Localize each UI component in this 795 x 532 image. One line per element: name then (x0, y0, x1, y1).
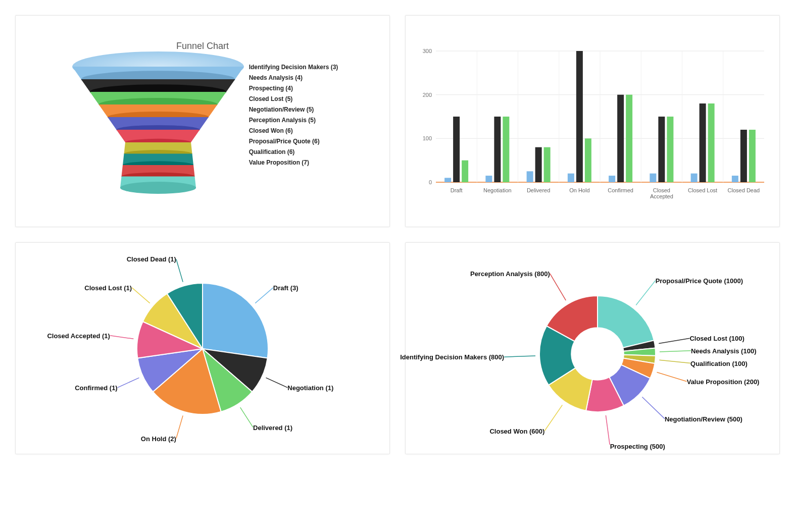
pie-slice-label: Negotiation (1) (287, 384, 333, 391)
donut-slice-label: Prospecting (500) (610, 443, 665, 450)
svg-rect-44 (691, 174, 698, 182)
funnel-title: Funnel Chart (21, 21, 384, 51)
donut-slice-label: Needs Analysis (100) (691, 347, 757, 354)
funnel-labels: Identifying Decision Makers (3)Needs Ana… (249, 51, 338, 166)
svg-line-59 (176, 259, 183, 282)
svg-line-60 (636, 281, 655, 305)
svg-rect-38 (626, 95, 632, 182)
svg-rect-24 (485, 176, 492, 182)
svg-line-53 (266, 378, 288, 388)
svg-text:300: 300 (423, 48, 432, 54)
svg-rect-23 (462, 161, 468, 182)
funnel-segment-label: Identifying Decision Makers (3) (249, 64, 338, 71)
bar-category-label: Closed Accepted (643, 187, 680, 199)
svg-rect-32 (568, 174, 574, 182)
donut-chart: Proposal/Price Quote (1000)Closed Lost (… (411, 248, 774, 445)
bar-category-label: Draft (438, 187, 475, 193)
svg-line-63 (659, 360, 690, 363)
pie-slice-label: Closed Lost (1) (84, 284, 132, 291)
funnel-segment-label: Closed Lost (5) (249, 95, 338, 102)
funnel-segment-label: Value Proposition (7) (249, 159, 338, 166)
pie-slice-label: Confirmed (1) (75, 384, 118, 391)
donut-chart-card: Proposal/Price Quote (1000)Closed Lost (… (405, 242, 780, 454)
funnel-chart (67, 51, 249, 203)
pie-slice-label: Draft (3) (273, 284, 299, 291)
svg-line-61 (659, 338, 689, 343)
donut-slice-label: Perception Analysis (800) (470, 270, 550, 277)
pie-slice-label: Delivered (1) (253, 423, 292, 431)
svg-rect-22 (453, 117, 460, 182)
funnel-segment-label: Proposal/Price Quote (6) (249, 138, 338, 145)
svg-line-58 (132, 288, 150, 303)
svg-rect-37 (617, 95, 624, 182)
svg-line-55 (176, 415, 183, 438)
svg-text:0: 0 (429, 179, 432, 185)
donut-slice-label: Proposal/Price Quote (1000) (656, 277, 743, 284)
svg-rect-50 (749, 130, 756, 182)
pie-slice-label: Closed Dead (1) (127, 255, 176, 263)
donut-slice-label: Qualification (100) (690, 359, 748, 367)
svg-line-65 (642, 397, 665, 419)
svg-line-56 (118, 378, 139, 388)
bar-category-label: Negotiation (479, 187, 516, 193)
donut-slice-label: Closed Lost (100) (689, 335, 744, 342)
svg-text:200: 200 (423, 92, 432, 98)
svg-rect-42 (667, 117, 673, 182)
donut-slice-label: Identifying Decision Makers (800) (400, 353, 504, 361)
svg-line-57 (110, 336, 134, 339)
bar-category-label: Closed Lost (684, 187, 721, 193)
svg-line-67 (544, 405, 562, 431)
svg-line-54 (240, 407, 253, 428)
svg-rect-29 (535, 147, 542, 182)
svg-rect-34 (585, 138, 591, 182)
svg-text:100: 100 (423, 135, 432, 141)
svg-line-69 (550, 274, 566, 300)
bar-chart-card: 0100200300 DraftNegotiationDeliveredOn H… (405, 15, 780, 227)
bar-category-label: On Hold (561, 187, 598, 193)
funnel-segment-label: Perception Analysis (5) (249, 117, 338, 124)
pie-slice-label: Closed Accepted (1) (47, 332, 110, 339)
svg-rect-36 (609, 176, 615, 182)
svg-rect-33 (576, 51, 583, 182)
svg-rect-48 (732, 176, 738, 182)
pie-chart-card: Draft (3)Negotiation (1)Delivered (1)On … (15, 242, 390, 454)
funnel-chart-card: Funnel Chart Identifying Decision Makers… (15, 15, 390, 227)
svg-rect-45 (700, 103, 706, 182)
svg-rect-30 (544, 147, 551, 182)
bar-chart: 0100200300 DraftNegotiationDeliveredOn H… (411, 21, 774, 218)
donut-slice-label: Negotiation/Review (500) (665, 415, 742, 422)
bar-category-label: Closed Dead (725, 187, 762, 193)
svg-rect-46 (708, 103, 715, 182)
donut-slice-label: Value Proposition (200) (687, 378, 760, 385)
bar-category-label: Confirmed (603, 187, 639, 193)
svg-rect-21 (444, 178, 451, 182)
svg-point-11 (120, 182, 196, 194)
svg-rect-40 (650, 174, 656, 182)
donut-slice-label: Closed Won (600) (489, 427, 544, 435)
pie-slice-label: On Hold (2) (141, 435, 176, 442)
svg-line-52 (255, 288, 273, 303)
svg-rect-25 (494, 117, 501, 182)
svg-rect-28 (527, 171, 533, 182)
pie-chart: Draft (3)Negotiation (1)Delivered (1)On … (21, 248, 384, 445)
funnel-segment-label: Needs Analysis (4) (249, 74, 338, 81)
svg-line-62 (660, 351, 691, 352)
funnel-segment-label: Negotiation/Review (5) (249, 106, 338, 113)
bar-category-label: Delivered (520, 187, 557, 193)
funnel-segment-label: Prospecting (4) (249, 85, 338, 92)
svg-rect-26 (503, 117, 509, 182)
funnel-segment-label: Qualification (6) (249, 148, 338, 155)
svg-rect-49 (740, 130, 747, 182)
svg-line-68 (504, 356, 535, 357)
svg-line-64 (657, 372, 686, 381)
svg-line-66 (606, 415, 610, 445)
svg-rect-41 (658, 117, 665, 182)
funnel-segment-label: Closed Won (6) (249, 127, 338, 134)
